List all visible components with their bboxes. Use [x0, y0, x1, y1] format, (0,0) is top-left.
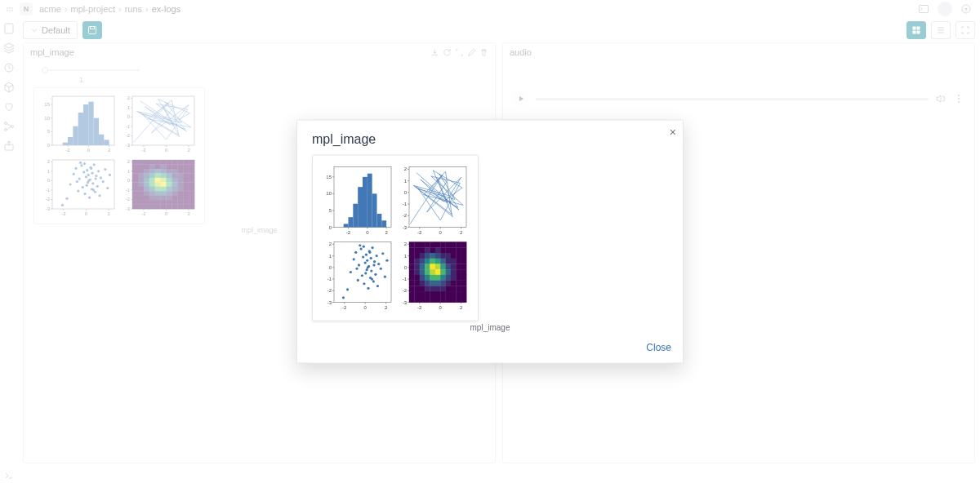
modal-title: mpl_image: [312, 132, 668, 147]
svg-rect-385: [430, 242, 435, 248]
svg-rect-422: [451, 259, 457, 264]
svg-rect-478: [456, 286, 461, 291]
svg-text:-3: -3: [403, 225, 408, 230]
svg-text:0: 0: [404, 190, 408, 195]
svg-rect-428: [425, 264, 430, 269]
svg-rect-275: [344, 224, 349, 227]
svg-rect-383: [420, 242, 425, 248]
close-button[interactable]: Close: [646, 342, 671, 353]
svg-text:2: 2: [404, 166, 408, 171]
svg-text:2: 2: [460, 305, 463, 310]
svg-point-342: [370, 269, 372, 272]
svg-rect-466: [451, 281, 457, 286]
svg-rect-435: [461, 264, 467, 269]
svg-rect-421: [446, 259, 452, 264]
svg-text:2: 2: [460, 230, 463, 235]
svg-rect-398: [440, 247, 446, 253]
svg-rect-433: [451, 264, 457, 269]
svg-text:-3: -3: [327, 300, 332, 305]
close-icon[interactable]: ×: [670, 126, 676, 139]
svg-rect-488: [451, 291, 457, 297]
svg-rect-491: [409, 297, 415, 303]
svg-point-348: [376, 285, 379, 287]
svg-rect-404: [414, 253, 420, 259]
svg-rect-445: [456, 269, 461, 275]
svg-rect-496: [435, 297, 441, 303]
svg-rect-411: [451, 253, 457, 259]
svg-point-335: [365, 268, 368, 271]
svg-rect-386: [435, 242, 441, 248]
svg-rect-409: [440, 253, 446, 259]
svg-rect-382: [414, 242, 420, 248]
svg-point-329: [359, 247, 362, 250]
svg-rect-283: [381, 220, 386, 227]
svg-point-337: [367, 287, 369, 290]
svg-text:0: 0: [439, 230, 443, 235]
svg-point-356: [367, 266, 369, 268]
svg-point-347: [376, 255, 378, 257]
image-modal: mpl_image × -202051015-202-3-2-1012-202-…: [296, 120, 684, 364]
svg-rect-494: [425, 297, 430, 303]
svg-point-359: [355, 268, 358, 270]
svg-rect-417: [425, 259, 430, 264]
svg-text:0: 0: [404, 265, 408, 270]
svg-rect-501: [461, 297, 467, 303]
svg-point-343: [371, 246, 373, 249]
svg-point-324: [350, 271, 352, 273]
svg-point-330: [361, 274, 363, 277]
svg-rect-475: [440, 286, 446, 291]
svg-rect-410: [446, 253, 452, 259]
svg-rect-449: [420, 275, 425, 281]
svg-rect-427: [420, 264, 425, 269]
svg-point-326: [354, 251, 357, 254]
svg-text:0: 0: [329, 225, 332, 230]
svg-rect-399: [446, 247, 452, 253]
svg-rect-388: [446, 242, 452, 248]
svg-point-327: [357, 279, 359, 281]
svg-point-352: [384, 276, 386, 278]
svg-rect-400: [451, 247, 457, 253]
svg-rect-279: [363, 177, 368, 228]
svg-rect-426: [414, 264, 420, 269]
svg-rect-284: [409, 167, 466, 228]
quad-chart: -202051015-202-3-2-1012-202-3-2-1012-202…: [319, 162, 471, 314]
svg-rect-416: [420, 259, 425, 264]
svg-rect-278: [358, 187, 363, 227]
svg-rect-468: [461, 281, 467, 286]
svg-rect-495: [430, 297, 435, 303]
chart-card[interactable]: -202051015-202-3-2-1012-202-3-2-1012-202…: [312, 155, 479, 321]
svg-point-353: [385, 259, 388, 262]
svg-rect-461: [425, 281, 430, 286]
svg-rect-462: [430, 281, 435, 286]
svg-rect-452: [435, 275, 441, 281]
svg-text:-2: -2: [342, 305, 347, 310]
svg-rect-434: [456, 264, 461, 269]
svg-rect-381: [409, 242, 415, 248]
svg-point-331: [362, 255, 364, 258]
svg-rect-418: [430, 259, 435, 264]
svg-point-361: [372, 264, 375, 266]
svg-text:1: 1: [329, 254, 332, 259]
svg-rect-459: [414, 281, 420, 286]
svg-rect-425: [409, 264, 415, 269]
svg-rect-458: [409, 281, 415, 286]
svg-rect-500: [456, 297, 461, 303]
svg-rect-487: [446, 291, 452, 297]
svg-rect-489: [456, 291, 461, 297]
svg-rect-482: [420, 291, 425, 297]
svg-text:0: 0: [364, 305, 368, 310]
svg-text:10: 10: [326, 191, 332, 196]
svg-point-357: [368, 251, 371, 254]
svg-text:2: 2: [385, 305, 388, 310]
svg-rect-403: [409, 253, 415, 259]
svg-rect-413: [461, 253, 467, 259]
svg-rect-467: [456, 281, 461, 286]
svg-rect-486: [440, 291, 446, 297]
svg-rect-471: [420, 286, 425, 291]
svg-rect-497: [440, 297, 446, 303]
svg-rect-282: [377, 214, 382, 227]
svg-rect-393: [414, 247, 420, 253]
svg-text:-2: -2: [417, 305, 422, 310]
svg-rect-470: [414, 286, 420, 291]
svg-rect-401: [456, 247, 461, 253]
